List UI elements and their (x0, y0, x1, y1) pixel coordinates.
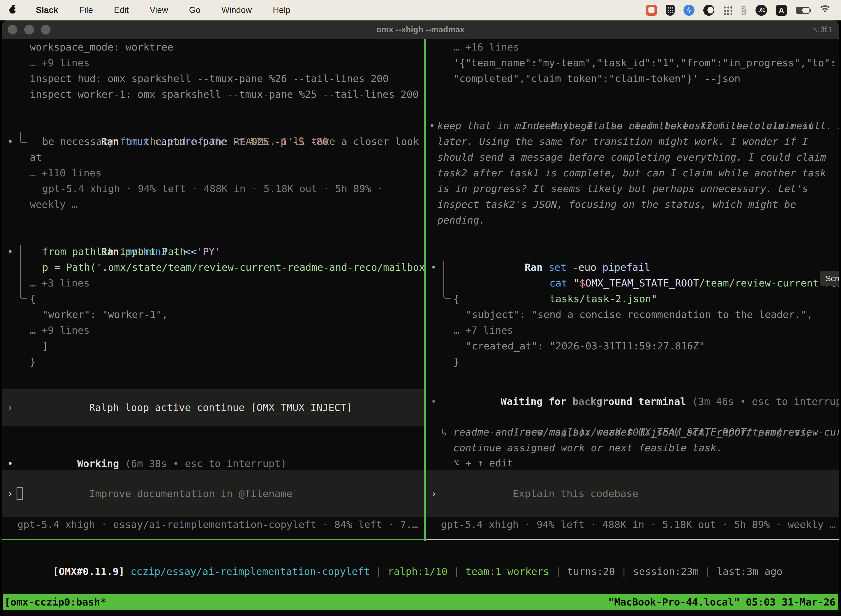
terminal-line: workspace_mode: worktree (2, 39, 424, 55)
thinking-line: task2 after task1 is complete, but can I… (426, 165, 839, 181)
thinking-line: should send a message before completing … (426, 149, 839, 165)
thinking-line: inspect task2's JSON, focusing on the st… (426, 197, 839, 212)
model-status-line: gpt-5.4 xhigh · 94% left · 488K in · 5.1… (426, 517, 839, 532)
code-line: cat "$OMX_TEAM_STATE_ROOT/team/review-cu… (426, 260, 839, 275)
waiting-detail: (3m 46s • esc to interrupt) (686, 396, 839, 407)
mailbox-message-line: ↳1 new msg(s): read $OMX_TEAM_STATE_ROOT… (426, 408, 839, 424)
omx-team-counter: team:1 workers (466, 566, 549, 577)
window-titlebar[interactable]: omx --xhigh --madmax ⌥⌘1 (2, 21, 839, 39)
working-label: Working (77, 458, 119, 469)
omx-last-activity: last:3m ago (716, 566, 782, 577)
output-line: '{"team_name":"my-team","task_id":"1","f… (426, 55, 839, 70)
code-line: from pathlib import Path (2, 244, 424, 260)
prompt-input-line: ›Explain this codebase (426, 470, 839, 517)
thinking-line: pending. (426, 212, 839, 228)
menu-item-help[interactable]: Help (273, 5, 290, 15)
tmux-host-clock: "MacBook-Pro-44.local" 05:03 31-Mar-26 (608, 596, 838, 608)
output-line: gpt-5.4 xhigh · 94% left · 488K in · 5.1… (2, 181, 424, 197)
ran-command-line: •Ran set -euo pipefail (426, 244, 839, 260)
mailbox-message-line: continue assigned work or next feasible … (426, 440, 839, 456)
left-scrollback: workspace_mode: worktree … +9 lines insp… (2, 39, 424, 370)
ran-tmux-block: •Ran tmux capture-pane -t %25 -p -S -80 … (2, 118, 424, 212)
menu-item-window[interactable]: Window (221, 5, 252, 15)
squiggle-icon[interactable]: § (741, 5, 747, 16)
output-line: at (2, 149, 424, 165)
omx-version: [OMX#0.11.9] (53, 566, 125, 577)
output-line: "completed","claim_token":"claim-token"}… (426, 70, 839, 87)
window-title: omx --xhigh --madmax (2, 21, 839, 39)
bullet-icon: • (7, 456, 13, 471)
battery-bolt-icon (801, 9, 804, 13)
menu-bar: Slack File Edit View Go Window Help ϟ § … (0, 0, 841, 21)
prompt-input-left[interactable]: ›Improve documentation in @filename (2, 470, 424, 517)
tmux-pane-left[interactable]: workspace_mode: worktree … +9 lines insp… (2, 39, 424, 540)
terminal-content: workspace_mode: worktree … +9 lines insp… (2, 39, 839, 616)
omx-ralph-counter: ralph:1/10 (388, 566, 448, 577)
screen: Slack File Edit View Go Window Help ϟ § … (0, 0, 841, 616)
omx-status-bar: [OMX#0.11.9] cczip/essay/ai-reimplementa… (5, 548, 839, 595)
fold-indicator: … +9 lines (2, 55, 424, 70)
menu-item-file[interactable]: File (79, 5, 93, 15)
ralph-loop-line: ›Ralph loop active continue [OMX_TMUX_IN… (2, 384, 424, 431)
menu-item-slack[interactable]: Slack (36, 5, 58, 15)
keyboard-a-icon[interactable]: A (776, 5, 787, 16)
mailbox-message-line: readme-and-reco/mailbox/worker-1.json, a… (426, 424, 839, 440)
tmux-pane-right[interactable]: … +16 lines '{"team_name":"my-team","tas… (426, 39, 839, 540)
output-line: "subject": "send a concise recommendatio… (426, 307, 839, 322)
window-shortcut: ⌥⌘1 (811, 21, 833, 39)
fold-indicator: … +9 lines (2, 322, 424, 338)
prompt-input-line: ›Improve documentation in @filename (2, 470, 424, 517)
text-cursor (16, 487, 23, 500)
tmux-status-bar: [omx-cczip0:bash* "MacBook-Pro-44.local"… (3, 594, 838, 610)
output-line: "created_at": "2026-03-31T11:59:27.816Z" (426, 338, 839, 354)
output-line: } (2, 354, 424, 370)
waiting-status-line: •Waiting for background terminal (3m 46s… (426, 378, 839, 393)
terminal-window: omx --xhigh --madmax ⌥⌘1 workspace_mode:… (2, 21, 839, 616)
dots-grid-icon[interactable] (723, 6, 732, 15)
ran-command-line: •Ran python3 - <<'PY' (2, 228, 424, 244)
shield-icon[interactable] (666, 5, 675, 16)
output-line: "worker": "worker-1", (2, 307, 424, 322)
omx-session-time: session:23m (633, 566, 699, 577)
screen-notification-overlay[interactable]: Scre (820, 271, 839, 286)
badge-61-icon[interactable]: ..61 (756, 5, 767, 16)
fold-indicator: … +16 lines (426, 39, 839, 55)
menu-bar-status-icons: ϟ § ..61 A (646, 5, 832, 16)
waiting-label: Waiting for background terminal (501, 396, 686, 407)
apple-menu-icon[interactable] (9, 7, 16, 13)
sync-icon[interactable]: ϟ (683, 5, 694, 16)
fold-indicator: … +7 lines (426, 322, 839, 338)
prompt-chevron-icon: › (431, 486, 437, 502)
output-line: ] (2, 338, 424, 354)
thinking-line: is in progress? It seems likely but perh… (426, 181, 839, 197)
chat-app-icon[interactable] (646, 5, 657, 16)
ralph-loop-text: Ralph loop active continue [OMX_TMUX_INJ… (89, 402, 352, 413)
output-line: weekly … (2, 197, 424, 212)
output-line: { (2, 291, 424, 307)
edit-shortcut-hint: ⌥ + ↑ edit (426, 455, 839, 471)
omx-repo: cczip/essay/ai-reimplementation-copyleft (130, 566, 370, 577)
thinking-line: later. Using the same for transition mig… (426, 133, 839, 149)
right-scrollback: … +16 lines '{"team_name":"my-team","tas… (426, 39, 839, 370)
battery-icon[interactable] (796, 7, 810, 14)
chevron-icon: › (7, 400, 13, 415)
tmux-session-name: [omx-cczip0:bash* (3, 596, 106, 608)
thinking-line: keep that in mind. Maybe I also need the… (426, 118, 839, 133)
output-line: } (426, 354, 839, 370)
ran-python-block: •Ran python3 - <<'PY' from pathlib impor… (2, 228, 424, 370)
fold-indicator: … +3 lines (2, 275, 424, 291)
ralph-loop-banner: ›Ralph loop active continue [OMX_TMUX_IN… (2, 389, 424, 427)
wifi-icon[interactable] (818, 5, 832, 15)
moon-icon[interactable] (703, 5, 714, 16)
menu-item-go[interactable]: Go (189, 5, 200, 15)
code-line: tasks/task-2.json" (426, 275, 839, 291)
input-placeholder: Explain this codebase (513, 488, 638, 499)
menu-item-edit[interactable]: Edit (114, 5, 129, 15)
input-placeholder: Improve documentation in @filename (89, 488, 293, 499)
terminal-line: inspect_hud: omx sparkshell --tmux-pane … (2, 70, 424, 87)
ran-command-line: •Ran tmux capture-pane -t %25 -p -S -80 (2, 118, 424, 133)
output-line: be necessary for the end of the README. … (2, 133, 424, 149)
bullet-icon: • (431, 393, 437, 409)
prompt-input-right[interactable]: ›Explain this codebase (426, 470, 839, 517)
menu-item-view[interactable]: View (149, 5, 168, 15)
